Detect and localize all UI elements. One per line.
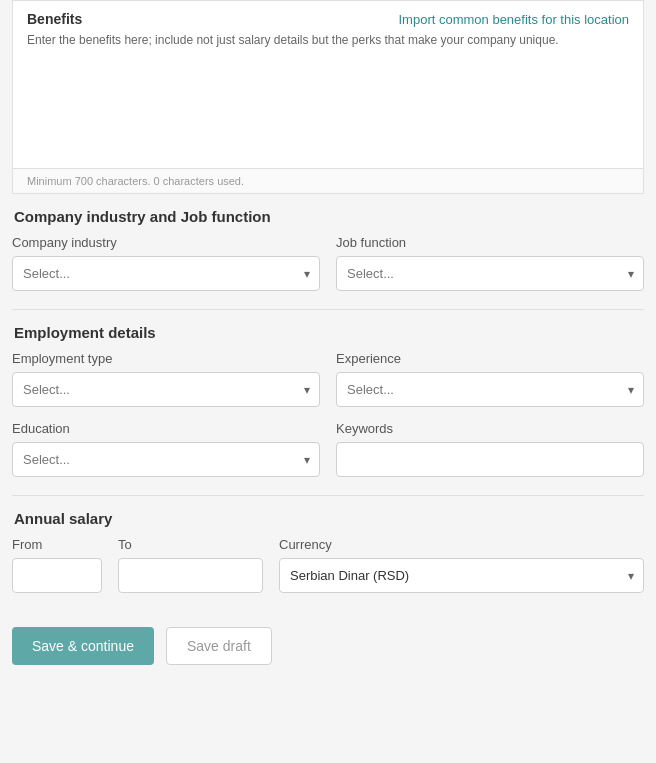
company-industry-row: Company industry Select... ▾ Job functio… (12, 235, 644, 291)
employment-type-group: Employment type Select... ▾ (12, 351, 320, 407)
annual-salary-section: Annual salary From To Currency Serbian D… (0, 496, 656, 611)
education-group: Education Select... ▾ (12, 421, 320, 477)
salary-row: From To Currency Serbian Dinar (RSD) ▾ (12, 537, 644, 593)
benefits-textarea[interactable] (27, 55, 629, 165)
page-wrapper: Benefits Import common benefits for this… (0, 0, 656, 681)
salary-to-label: To (118, 537, 263, 552)
benefits-hint: Enter the benefits here; include not jus… (13, 33, 643, 55)
employment-details-title: Employment details (0, 310, 656, 351)
currency-label: Currency (279, 537, 644, 552)
annual-salary-form: From To Currency Serbian Dinar (RSD) ▾ (0, 537, 656, 593)
experience-select-wrapper: Select... ▾ (336, 372, 644, 407)
experience-select[interactable]: Select... (336, 372, 644, 407)
benefits-title: Benefits (27, 11, 82, 27)
keywords-group: Keywords (336, 421, 644, 477)
education-select[interactable]: Select... (12, 442, 320, 477)
salary-from-group: From (12, 537, 102, 593)
experience-label: Experience (336, 351, 644, 366)
benefits-char-count: Minimum 700 characters. 0 characters use… (13, 168, 643, 193)
company-industry-form: Company industry Select... ▾ Job functio… (0, 235, 656, 291)
company-industry-section-title: Company industry and Job function (0, 194, 656, 235)
save-draft-button[interactable]: Save draft (166, 627, 272, 665)
salary-to-input[interactable] (118, 558, 263, 593)
education-keywords-row: Education Select... ▾ Keywords (12, 421, 644, 477)
salary-from-label: From (12, 537, 102, 552)
job-function-select[interactable]: Select... (336, 256, 644, 291)
employment-type-label: Employment type (12, 351, 320, 366)
salary-from-input[interactable] (12, 558, 102, 593)
company-industry-group: Company industry Select... ▾ (12, 235, 320, 291)
currency-group: Currency Serbian Dinar (RSD) ▾ (279, 537, 644, 593)
currency-select[interactable]: Serbian Dinar (RSD) (279, 558, 644, 593)
employment-type-select[interactable]: Select... (12, 372, 320, 407)
import-benefits-link[interactable]: Import common benefits for this location (399, 12, 630, 27)
company-industry-section: Company industry and Job function Compan… (0, 194, 656, 309)
benefits-section: Benefits Import common benefits for this… (12, 0, 644, 194)
education-label: Education (12, 421, 320, 436)
employment-details-section: Employment details Employment type Selec… (0, 310, 656, 495)
employment-type-select-wrapper: Select... ▾ (12, 372, 320, 407)
button-row: Save & continue Save draft (0, 611, 656, 681)
benefits-header: Benefits Import common benefits for this… (13, 1, 643, 33)
company-industry-select-wrapper: Select... ▾ (12, 256, 320, 291)
keywords-input[interactable] (336, 442, 644, 477)
salary-to-group: To (118, 537, 263, 593)
company-industry-label: Company industry (12, 235, 320, 250)
annual-salary-title: Annual salary (0, 496, 656, 537)
currency-select-wrapper: Serbian Dinar (RSD) ▾ (279, 558, 644, 593)
job-function-group: Job function Select... ▾ (336, 235, 644, 291)
benefits-textarea-wrapper (13, 55, 643, 168)
education-select-wrapper: Select... ▾ (12, 442, 320, 477)
employment-details-form: Employment type Select... ▾ Experience S… (0, 351, 656, 477)
job-function-select-wrapper: Select... ▾ (336, 256, 644, 291)
employment-type-row: Employment type Select... ▾ Experience S… (12, 351, 644, 407)
save-continue-button[interactable]: Save & continue (12, 627, 154, 665)
experience-group: Experience Select... ▾ (336, 351, 644, 407)
company-industry-select[interactable]: Select... (12, 256, 320, 291)
keywords-label: Keywords (336, 421, 644, 436)
job-function-label: Job function (336, 235, 644, 250)
